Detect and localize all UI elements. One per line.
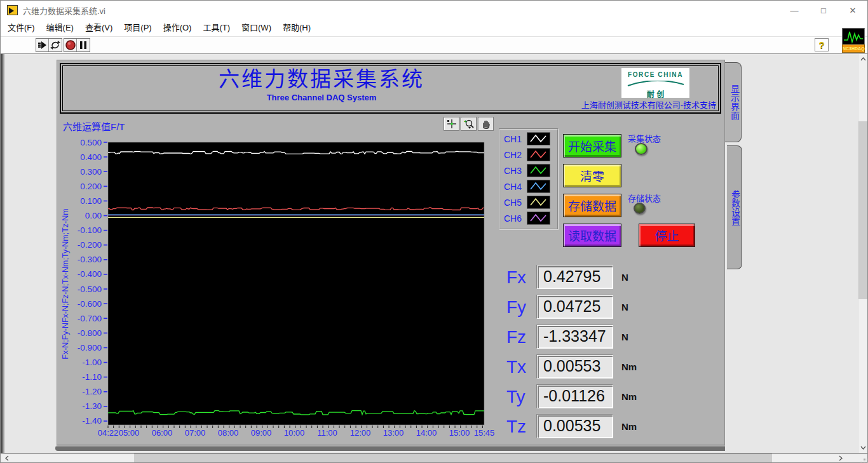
logo-swoosh <box>625 81 686 87</box>
legend-row: CH4 <box>504 178 557 194</box>
horizontal-scrollbar[interactable] <box>1 453 867 462</box>
menu-item[interactable]: 操作(O) <box>158 20 198 36</box>
legend-row: CH5 <box>504 194 557 210</box>
y-tick-label: -0.800 <box>78 328 102 338</box>
svg-text:+: + <box>464 119 467 124</box>
toolbar: ? NC3HDAQ <box>1 37 867 54</box>
storage-status-led <box>634 203 646 214</box>
scroll-down-icon[interactable] <box>858 443 867 453</box>
legend-swatch[interactable] <box>527 132 550 145</box>
tab-display-page[interactable]: 显示界面 <box>724 62 742 142</box>
readout-value: -1.33347 <box>537 325 613 349</box>
scroll-right-icon[interactable] <box>836 453 846 462</box>
trace-ch3 <box>108 411 484 415</box>
readout-row: Fz-1.33347N <box>506 322 637 352</box>
stop-pause-group <box>64 38 90 52</box>
legend-swatch[interactable] <box>527 164 550 177</box>
cursor-tool-icon[interactable] <box>444 117 459 131</box>
control-button[interactable]: 存储数据 <box>563 194 621 217</box>
company-logo: FORCE CHINA 耐 创 <box>621 68 689 98</box>
pan-tool-icon[interactable] <box>478 117 494 131</box>
close-button[interactable]: ✕ <box>838 1 867 20</box>
y-tick-label: -0.100 <box>78 225 102 235</box>
scroll-up-icon[interactable] <box>858 54 867 64</box>
x-tick-label: 06:00 <box>152 428 173 438</box>
chart-title: 六维运算值F/T <box>63 119 125 133</box>
menu-item[interactable]: 项目(P) <box>118 20 157 36</box>
front-panel: 显示界面 参数设置 六维力数据采集系统 Three Channel DAQ Sy… <box>1 54 867 453</box>
menu-item[interactable]: 文件(F) <box>2 20 41 36</box>
minimize-button[interactable]: — <box>780 1 809 20</box>
menu-item[interactable]: 查看(V) <box>79 20 118 36</box>
legend-swatch[interactable] <box>527 180 550 193</box>
readout-value: 0.00535 <box>537 415 613 438</box>
pause-button[interactable] <box>77 39 90 51</box>
y-tick-label: -0.300 <box>78 255 102 264</box>
menu-item[interactable]: 窗口(W) <box>236 20 277 36</box>
maximize-button[interactable]: □ <box>809 1 838 20</box>
y-tick-label: -1.20 <box>82 387 102 396</box>
vertical-scrollbar[interactable] <box>858 54 867 453</box>
panel-left-edge <box>1 54 4 453</box>
x-tick-label: 14:00 <box>416 428 437 438</box>
readout-row: Ty-0.01126Nm <box>506 382 637 412</box>
logo-text-cn: 耐 创 <box>621 88 689 99</box>
run-group <box>36 38 62 52</box>
app-subtitle: Three Channel DAQ System <box>131 93 512 102</box>
x-tick-label: 13:00 <box>383 428 404 438</box>
run-button[interactable] <box>36 39 49 51</box>
horizontal-scroll-thumb[interactable] <box>134 453 772 462</box>
legend-label: CH5 <box>504 198 527 208</box>
readout-unit: N <box>621 332 628 342</box>
x-tick-label: 15:45 <box>474 428 495 438</box>
y-tick-label: -0.900 <box>78 343 102 352</box>
legend-row: CH1 <box>504 131 557 147</box>
control-button[interactable]: 清零 <box>563 164 621 187</box>
menu-item[interactable]: 工具(T) <box>197 20 236 36</box>
help-button[interactable]: ? <box>815 38 829 51</box>
tab-parameter-settings[interactable]: 参数设置 <box>727 145 742 269</box>
readout-row: Tz0.00535Nm <box>506 412 637 441</box>
legend-label: CH4 <box>504 182 527 192</box>
y-tick-label: -0.400 <box>78 269 102 279</box>
run-continuous-button[interactable] <box>49 39 62 51</box>
trace-ch1 <box>108 151 484 154</box>
legend-row: CH3 <box>504 163 557 178</box>
x-tick-label: 15:00 <box>449 428 470 438</box>
y-tick-label: 0.400 <box>80 152 102 162</box>
x-tick-label: 09:00 <box>251 428 272 438</box>
scroll-left-icon[interactable] <box>2 453 12 462</box>
control-button[interactable]: 读取数据 <box>563 224 621 247</box>
legend-label: CH1 <box>504 134 527 144</box>
readout-unit: Nm <box>621 421 637 432</box>
vi-icon-badge[interactable]: NC3HDAQ <box>842 28 865 53</box>
window-title: 六维力数据采集系统.vi <box>23 4 105 17</box>
legend-swatch[interactable] <box>527 196 550 209</box>
support-text: 上海耐创测试技术有限公司-技术支持 <box>581 98 716 111</box>
readout-label: Fx <box>506 267 537 288</box>
readout-label: Ty <box>506 387 537 407</box>
vertical-scroll-thumb[interactable] <box>858 121 867 299</box>
readout-unit: Nm <box>621 361 637 372</box>
y-tick-label: -0.500 <box>78 285 102 294</box>
abort-button[interactable] <box>64 39 77 51</box>
zoom-tool-icon[interactable]: + <box>461 117 477 131</box>
legend-row: CH2 <box>504 147 557 163</box>
y-tick-label: 0.200 <box>80 182 102 191</box>
menu-item[interactable]: 编辑(E) <box>41 20 79 36</box>
legend-swatch[interactable] <box>527 148 550 161</box>
x-tick-label: 12:00 <box>350 428 371 438</box>
menu-item[interactable]: 帮助(H) <box>277 20 316 36</box>
readout-label: Tx <box>506 357 537 377</box>
y-tick-label: -1.10 <box>82 372 102 382</box>
control-button[interactable]: 开始采集 <box>563 134 621 158</box>
stop-button[interactable]: 停止 <box>639 224 695 247</box>
trace-ch2 <box>108 208 484 210</box>
legend-swatch[interactable] <box>527 211 550 225</box>
legend-label: CH3 <box>504 166 527 176</box>
app-window: 六维力数据采集系统.vi — □ ✕ 文件(F)编辑(E)查看(V)项目(P)操… <box>0 0 868 463</box>
y-tick-label: -0.700 <box>78 314 102 323</box>
legend-row: CH6 <box>504 210 557 226</box>
storage-status-label: 存储状态 <box>628 192 661 204</box>
resize-grip[interactable] <box>864 459 865 460</box>
